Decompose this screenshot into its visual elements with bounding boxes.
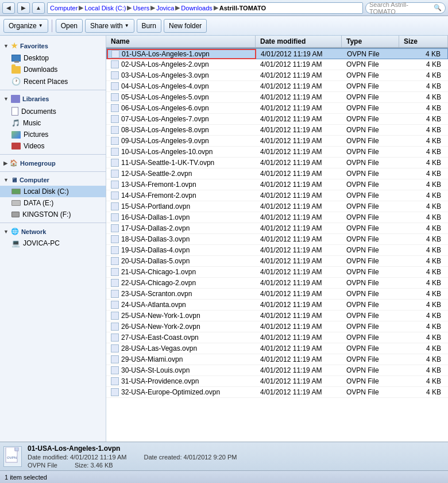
table-row[interactable]: 05-USA-Los-Angeles-5.ovpn4/01/2012 11:19…	[106, 92, 448, 103]
table-row[interactable]: 28-USA-Las-Vegas.ovpn4/01/2012 11:19 AMO…	[106, 343, 448, 354]
table-row[interactable]: 19-USA-Dallas-4.ovpn4/01/2012 11:19 AMOV…	[106, 245, 448, 256]
table-row[interactable]: 02-USA-Los-Angeles-2.ovpn4/01/2012 11:19…	[106, 59, 448, 70]
desktop-icon	[11, 55, 21, 62]
table-row[interactable]: 14-USA-Fremont-2.ovpn4/01/2012 11:19 AMO…	[106, 190, 448, 201]
forward-button[interactable]: ▶	[17, 2, 30, 14]
table-row[interactable]: 32-USA-Europe-Optimized.ovpn4/01/2012 11…	[106, 387, 448, 398]
table-row[interactable]: 20-USA-Dallas-5.ovpn4/01/2012 11:19 AMOV…	[106, 256, 448, 267]
new-folder-button[interactable]: New folder	[164, 19, 207, 33]
sidebar-item-pictures[interactable]: Pictures	[0, 129, 106, 140]
table-row[interactable]: 12-USA-Seattle-2.ovpn4/01/2012 11:19 AMO…	[106, 168, 448, 179]
table-row[interactable]: 23-USA-Scranton.ovpn4/01/2012 11:19 AMOV…	[106, 289, 448, 300]
sidebar-network-header[interactable]: ▼ 🌐 Network	[0, 225, 106, 237]
sidebar-item-local-disk-c[interactable]: Local Disk (C:)	[0, 186, 106, 197]
file-name: 01-USA-Los-Angeles-1.ovpn	[122, 50, 210, 58]
sidebar-item-jovica-pc[interactable]: 💻 JOVICA-PC	[0, 237, 106, 249]
file-icon	[111, 377, 119, 385]
table-row[interactable]: 01-USA-Los-Angeles-1.ovpn4/01/2012 11:19…	[106, 48, 448, 59]
table-row[interactable]: 16-USA-Dallas-1.ovpn4/01/2012 11:19 AMOV…	[106, 212, 448, 223]
burn-button[interactable]: Burn	[137, 19, 161, 33]
file-date: 4/01/2012 11:19 AM	[256, 191, 342, 200]
bc-computer[interactable]: Computer	[50, 5, 78, 12]
up-button[interactable]: ▲	[32, 2, 45, 14]
status-date-created: Date created: 4/01/2012 9:20 PM	[144, 454, 237, 461]
table-row[interactable]: 22-USA-Chicago-2.ovpn4/01/2012 11:19 AMO…	[106, 278, 448, 289]
file-size: 4 KB	[399, 224, 448, 232]
back-button[interactable]: ◀	[2, 2, 15, 14]
table-row[interactable]: 27-USA-East-Coast.ovpn4/01/2012 11:19 AM…	[106, 332, 448, 343]
file-date: 4/01/2012 11:19 AM	[256, 213, 342, 221]
table-row[interactable]: 03-USA-Los-Angeles-3.ovpn4/01/2012 11:19…	[106, 70, 448, 81]
sidebar-libraries-header[interactable]: ▼ Libraries	[0, 93, 106, 105]
sidebar-item-recent-places[interactable]: 🕐 Recent Places	[0, 75, 106, 87]
col-header-type[interactable]: Type	[342, 36, 399, 47]
search-box[interactable]: Search Astrill-TOMATO 🔍	[365, 2, 446, 14]
table-row[interactable]: 07-USA-Los-Angeles-7.ovpn4/01/2012 11:19…	[106, 114, 448, 125]
organize-button[interactable]: Organize ▼	[3, 19, 48, 33]
file-name: 22-USA-Chicago-2.ovpn	[121, 279, 196, 287]
table-row[interactable]: 04-USA-Los-Angeles-4.ovpn4/01/2012 11:19…	[106, 81, 448, 92]
sidebar-homegroup-header[interactable]: ▶ 🏠 Homegroup	[0, 157, 106, 169]
table-row[interactable]: 21-USA-Chicago-1.ovpn4/01/2012 11:19 AMO…	[106, 267, 448, 278]
table-row[interactable]: 29-USA-Miami.ovpn4/01/2012 11:19 AMOVPN …	[106, 354, 448, 365]
open-button[interactable]: Open	[56, 19, 83, 33]
organize-dropdown-icon: ▼	[38, 23, 43, 28]
address-bar[interactable]: Computer ▶ Local Disk (C:) ▶ Users ▶ Jov…	[47, 2, 363, 14]
file-icon	[111, 104, 119, 112]
table-row[interactable]: 30-USA-St-Louis.ovpn4/01/2012 11:19 AMOV…	[106, 365, 448, 376]
file-icon	[111, 388, 119, 396]
file-name: 29-USA-Miami.ovpn	[121, 355, 183, 363]
file-date: 4/01/2012 11:19 AM	[256, 224, 342, 232]
status-size: Size: 3.46 KB	[75, 462, 113, 469]
table-row[interactable]: 09-USA-Los-Angeles-9.ovpn4/01/2012 11:19…	[106, 136, 448, 147]
table-row[interactable]: 18-USA-Dallas-3.ovpn4/01/2012 11:19 AMOV…	[106, 234, 448, 245]
file-name: 08-USA-Los-Angeles-8.ovpn	[121, 126, 209, 134]
star-icon: ★	[11, 41, 18, 50]
sidebar-item-desktop[interactable]: Desktop	[0, 52, 106, 64]
file-size: 4 KB	[399, 202, 448, 210]
file-date: 4/01/2012 11:19 AM	[256, 71, 342, 79]
file-size: 4 KB	[399, 93, 448, 101]
table-row[interactable]: 17-USA-Dallas-2.ovpn4/01/2012 11:19 AMOV…	[106, 223, 448, 234]
bc-localdisk[interactable]: Local Disk (C:)	[84, 5, 126, 12]
table-row[interactable]: 26-USA-New-York-2.ovpn4/01/2012 11:19 AM…	[106, 321, 448, 332]
sidebar-favorites-header[interactable]: ▼ ★ Favorites	[0, 39, 106, 52]
sidebar-item-downloads[interactable]: Downloads	[0, 64, 106, 75]
col-header-date[interactable]: Date modified	[256, 36, 342, 47]
share-with-button[interactable]: Share with ▼	[85, 19, 134, 33]
table-row[interactable]: 25-USA-New-York-1.ovpn4/01/2012 11:19 AM…	[106, 310, 448, 321]
sidebar-computer-header[interactable]: ▼ 🖥 Computer	[0, 174, 106, 186]
bc-users[interactable]: Users	[133, 5, 149, 12]
file-date: 4/01/2012 11:19 AM	[256, 148, 342, 156]
collapse-arrow-homegroup: ▶	[3, 160, 7, 166]
file-size: 4 KB	[399, 388, 448, 396]
sidebar-item-videos[interactable]: Videos	[0, 140, 106, 152]
file-size: 4 KB	[399, 312, 448, 320]
bc-downloads[interactable]: Downloads	[181, 5, 212, 12]
file-date: 4/01/2012 11:19 AM	[256, 279, 342, 287]
sidebar-item-documents[interactable]: Documents	[0, 105, 106, 117]
col-header-size[interactable]: Size	[399, 36, 448, 47]
table-row[interactable]: 06-USA-Los-Angeles-6.ovpn4/01/2012 11:19…	[106, 103, 448, 114]
file-size: 4 KB	[399, 334, 448, 342]
file-icon	[111, 82, 119, 90]
file-icon	[111, 93, 119, 101]
file-icon	[111, 191, 119, 200]
col-header-name[interactable]: Name	[106, 36, 256, 47]
sidebar-item-kingston-f[interactable]: KINGSTON (F:)	[0, 209, 106, 220]
bc-jovica[interactable]: Jovica	[156, 5, 174, 12]
file-icon	[111, 334, 119, 342]
table-row[interactable]: 13-USA-Fremont-1.ovpn4/01/2012 11:19 AMO…	[106, 179, 448, 190]
status-file-type: OVPN File	[28, 462, 57, 469]
table-row[interactable]: 11-USA-Seattle-1-UK-TV.ovpn4/01/2012 11:…	[106, 158, 448, 168]
table-row[interactable]: 10-USA-Los-Angeles-10.ovpn4/01/2012 11:1…	[106, 147, 448, 158]
table-row[interactable]: 31-USA-Providence.ovpn4/01/2012 11:19 AM…	[106, 376, 448, 387]
table-row[interactable]: 15-USA-Portland.ovpn4/01/2012 11:19 AMOV…	[106, 201, 448, 212]
table-row[interactable]: 24-USA-Atlanta.ovpn4/01/2012 11:19 AMOVP…	[106, 300, 448, 310]
file-size: 4 KB	[399, 235, 448, 243]
sidebar-item-data-e[interactable]: DATA (E:)	[0, 197, 106, 209]
svg-text:OVPN: OVPN	[7, 456, 17, 459]
table-row[interactable]: 08-USA-Los-Angeles-8.ovpn4/01/2012 11:19…	[106, 125, 448, 136]
file-list: 01-USA-Los-Angeles-1.ovpn4/01/2012 11:19…	[106, 48, 448, 442]
sidebar-item-music[interactable]: 🎵 Music	[0, 117, 106, 129]
